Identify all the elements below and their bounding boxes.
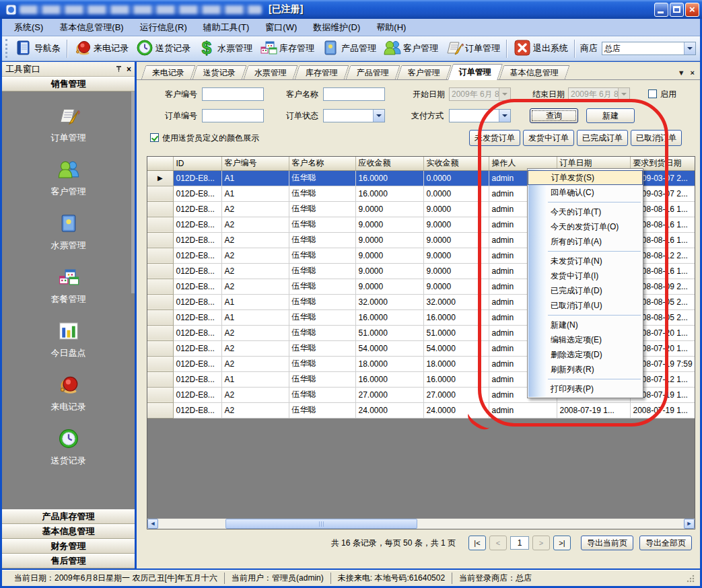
- row-selector[interactable]: ▶: [147, 170, 173, 186]
- toolbar-button-water-ticket-mgmt[interactable]: $水票管理: [194, 37, 256, 61]
- row-selector[interactable]: [147, 201, 173, 217]
- column-header[interactable]: 客户编号: [221, 157, 289, 170]
- sidebar-item-call-records[interactable]: 来电记录: [2, 366, 135, 420]
- tab-product-mgmt[interactable]: 产品管理: [346, 65, 400, 79]
- tab-order-mgmt[interactable]: 订单管理: [448, 64, 503, 80]
- delivery-color-checkbox[interactable]: [150, 133, 159, 142]
- new-button[interactable]: 新建: [586, 108, 635, 123]
- menu-item-window[interactable]: 窗口(W): [257, 20, 305, 36]
- toolbar-button-customer-mgmt[interactable]: 客户管理: [380, 37, 442, 61]
- shop-dropdown-icon[interactable]: [684, 42, 695, 54]
- start-date-picker[interactable]: 2009年 6月 8日: [449, 87, 511, 101]
- row-selector[interactable]: [147, 356, 173, 371]
- first-page-button[interactable]: |<: [468, 536, 486, 550]
- tab-basic-info-mgmt[interactable]: 基本信息管理: [499, 65, 570, 79]
- menu-item-data-maintenance[interactable]: 数据维护(D): [305, 20, 368, 36]
- tab-delivery-records[interactable]: 送货记录: [192, 65, 247, 79]
- context-menu-item-delete-selected[interactable]: 删除选定项(D): [528, 347, 643, 362]
- context-menu-item-new[interactable]: 新建(N): [528, 318, 643, 332]
- column-header[interactable]: 客户名称: [289, 157, 355, 170]
- context-menu-item-completed-orders[interactable]: 已完成订单(D): [528, 283, 643, 298]
- table-row[interactable]: 012D-E8...A2伍华聪24.000024.0000admin2008-0…: [147, 402, 695, 418]
- column-header[interactable]: ID: [173, 157, 221, 170]
- shop-select[interactable]: 总店: [602, 42, 696, 55]
- sidebar-group-finance-mgmt[interactable]: 财务管理: [2, 539, 135, 554]
- customer-name-input[interactable]: [323, 87, 385, 101]
- sidebar-item-water-ticket-mgmt[interactable]: 水票管理: [2, 205, 135, 258]
- filter-button-shipping-orders[interactable]: 发货中订单: [523, 130, 574, 146]
- context-menu-item-all-orders[interactable]: 所有的订单(A): [528, 234, 643, 249]
- pay-method-dropdown-icon[interactable]: [499, 110, 510, 122]
- context-menu-item-ship-order[interactable]: 订单发货(S): [528, 170, 643, 185]
- row-selector[interactable]: [147, 371, 173, 387]
- context-menu-item-print-list[interactable]: 打印列表(P): [528, 381, 643, 396]
- tab-water-ticket-mgmt[interactable]: 水票管理: [244, 65, 298, 79]
- context-menu-item-today-orders[interactable]: 今天的订单(T): [528, 205, 643, 219]
- toolbar-button-navbar[interactable]: 导航条: [11, 37, 64, 61]
- export-all-pages-button[interactable]: 导出全部页: [639, 536, 692, 550]
- sidebar-group-after-sales-mgmt[interactable]: 售后管理: [2, 554, 135, 568]
- end-date-dropdown-icon[interactable]: [618, 88, 629, 100]
- row-selector[interactable]: [147, 279, 173, 294]
- toolbar-button-exit-system[interactable]: 退出系统: [510, 37, 571, 61]
- row-selector[interactable]: [147, 294, 173, 309]
- row-selector[interactable]: [147, 217, 173, 232]
- end-date-picker[interactable]: 2009年 6月 8日: [568, 87, 630, 101]
- context-menu-item-shipping-orders[interactable]: 发货中订单(I): [528, 268, 643, 283]
- context-menu-item-refresh-list[interactable]: 刷新列表(R): [528, 362, 643, 377]
- tab-list-dropdown-icon[interactable]: ▼: [678, 69, 685, 77]
- customer-no-input[interactable]: [202, 87, 264, 101]
- sidebar-group-sales[interactable]: 销售管理: [2, 77, 135, 91]
- menu-item-basic-info-mgmt[interactable]: 基本信息管理(B): [51, 20, 131, 36]
- scrollbar-track[interactable]: [158, 519, 684, 529]
- sidebar-item-today-inventory[interactable]: 今日盘点: [2, 312, 135, 366]
- menu-item-help[interactable]: 帮助(H): [368, 20, 414, 36]
- pin-icon[interactable]: [115, 65, 122, 73]
- row-selector[interactable]: [147, 325, 173, 340]
- row-selector[interactable]: [147, 232, 173, 248]
- row-selector[interactable]: [147, 387, 173, 402]
- start-date-dropdown-icon[interactable]: [499, 88, 510, 100]
- row-selector[interactable]: [147, 340, 173, 356]
- maximize-button[interactable]: [670, 3, 684, 17]
- query-button[interactable]: 查询: [530, 108, 578, 123]
- toolbar-button-delivery-records[interactable]: 送货记录: [132, 37, 194, 61]
- context-menu-item-cancelled-orders[interactable]: 已取消订单(U): [528, 298, 643, 313]
- toolbar-button-order-mgmt[interactable]: 订单管理: [442, 37, 503, 61]
- row-selector[interactable]: [147, 309, 173, 325]
- toolbar-button-inventory-mgmt[interactable]: 库存管理: [256, 37, 318, 61]
- row-selector[interactable]: [147, 248, 173, 263]
- toolbar-button-product-mgmt[interactable]: 产品管理: [318, 37, 380, 61]
- sidebar-group-basic-info-mgmt[interactable]: 基本信息管理: [2, 524, 135, 539]
- row-selector[interactable]: [147, 186, 173, 201]
- export-current-page-button[interactable]: 导出当前页: [581, 536, 633, 550]
- last-page-button[interactable]: >|: [553, 536, 571, 550]
- column-header[interactable]: 应收金额: [355, 157, 423, 170]
- order-no-input[interactable]: [202, 109, 264, 122]
- sidebar-group-product-inventory-mgmt[interactable]: 产品库存管理: [2, 509, 135, 524]
- sidebar-close-icon[interactable]: ×: [127, 65, 131, 74]
- scrollbar-thumb[interactable]: [225, 519, 417, 529]
- tab-inventory-mgmt[interactable]: 库存管理: [295, 65, 349, 79]
- tab-customer-mgmt[interactable]: 客户管理: [397, 65, 452, 79]
- page-number-input[interactable]: [510, 536, 529, 550]
- filter-button-completed-orders[interactable]: 已完成订单: [577, 130, 628, 146]
- scroll-right-icon[interactable]: ►: [684, 519, 695, 529]
- tab-call-records[interactable]: 来电记录: [141, 65, 196, 79]
- pay-method-select[interactable]: [449, 109, 511, 122]
- tab-close-icon[interactable]: ×: [691, 69, 695, 77]
- menu-item-aux-tools[interactable]: 辅助工具(T): [195, 20, 258, 36]
- toolbar-button-call-records[interactable]: 来电记录: [70, 37, 132, 61]
- order-status-select[interactable]: [323, 109, 385, 122]
- context-menu-item-receipt-confirm[interactable]: 回单确认(C): [528, 185, 643, 200]
- enable-checkbox[interactable]: [648, 89, 657, 98]
- filter-button-cancelled-orders[interactable]: 已取消订单: [631, 130, 682, 146]
- prev-page-button[interactable]: <: [489, 536, 507, 550]
- horizontal-scrollbar[interactable]: ◄ ►: [147, 518, 695, 529]
- close-button[interactable]: ×: [685, 3, 699, 17]
- scroll-left-icon[interactable]: ◄: [147, 519, 158, 529]
- sidebar-item-package-mgmt[interactable]: 套餐管理: [2, 258, 135, 312]
- sidebar-item-delivery-records[interactable]: 送货记录: [2, 420, 135, 474]
- context-menu-item-today-shipped-orders[interactable]: 今天的发货订单(O): [528, 219, 643, 234]
- sidebar-item-order-mgmt[interactable]: 订单管理: [2, 97, 135, 151]
